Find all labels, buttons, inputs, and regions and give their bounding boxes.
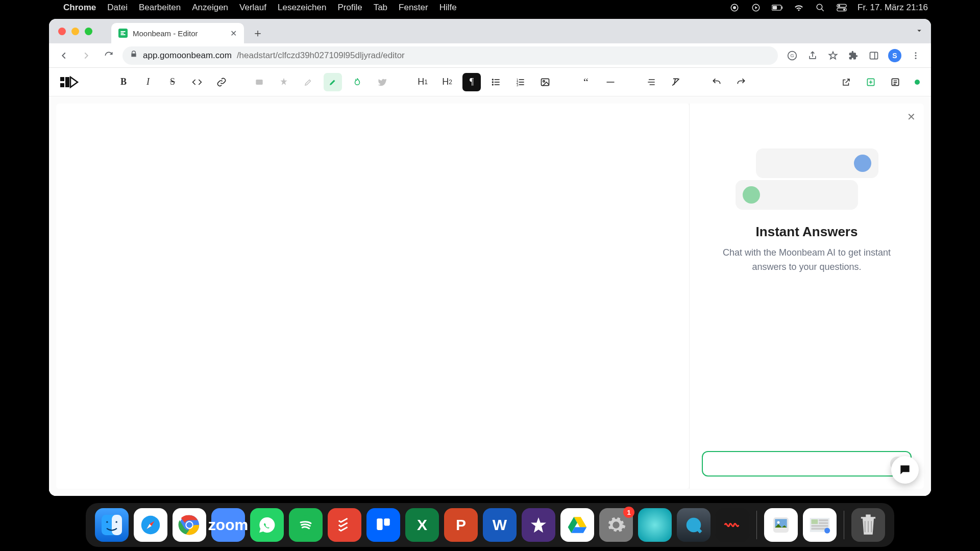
window-minimize-button[interactable] xyxy=(71,28,79,35)
macos-dock: zoom X P W 1 xyxy=(86,503,894,547)
control-center-icon[interactable] xyxy=(836,2,847,13)
menu-anzeigen[interactable]: Anzeigen xyxy=(192,3,228,13)
dock-chrome[interactable] xyxy=(173,508,206,542)
moonbeam-logo[interactable] xyxy=(60,76,82,89)
menubar-app-name[interactable]: Chrome xyxy=(63,3,96,13)
menu-fenster[interactable]: Fenster xyxy=(399,3,428,13)
spotlight-icon[interactable] xyxy=(815,2,826,13)
heading2-button[interactable]: H2 xyxy=(438,73,456,91)
chat-input-container xyxy=(702,451,912,477)
menu-verlauf[interactable]: Verlauf xyxy=(239,3,266,13)
paragraph-button[interactable]: ¶ xyxy=(462,73,481,91)
dock-finder[interactable] xyxy=(95,508,129,542)
sidepanel-toggle-icon[interactable] xyxy=(868,49,880,62)
dock-spotify[interactable] xyxy=(289,508,323,542)
svg-point-11 xyxy=(843,9,845,11)
align-button[interactable] xyxy=(642,73,660,91)
bookmark-star-icon[interactable] xyxy=(827,49,839,62)
google-account-icon[interactable]: G xyxy=(786,49,798,62)
heading1-button[interactable]: H1 xyxy=(413,73,432,91)
code-button[interactable] xyxy=(188,73,206,91)
menu-bearbeiten[interactable]: Bearbeiten xyxy=(139,3,181,13)
connection-status-indicator xyxy=(915,80,920,85)
intercom-launcher[interactable] xyxy=(891,456,919,484)
svg-rect-65 xyxy=(812,519,818,524)
tab-close-icon[interactable]: ✕ xyxy=(230,29,237,38)
dock-quicktime[interactable] xyxy=(677,508,710,542)
dock-whatsapp[interactable] xyxy=(250,508,284,542)
italic-button[interactable]: I xyxy=(139,73,157,91)
blockquote-button[interactable]: “ xyxy=(577,73,595,91)
browser-tab[interactable]: Moonbeam - Editor ✕ xyxy=(111,23,244,43)
svg-point-25 xyxy=(492,81,494,83)
redo-button[interactable] xyxy=(732,73,750,91)
nav-back-button[interactable] xyxy=(55,47,72,64)
image-button[interactable] xyxy=(536,73,554,91)
twitter-share-button[interactable] xyxy=(373,73,391,91)
undo-button[interactable] xyxy=(707,73,726,91)
strikethrough-button[interactable]: S xyxy=(163,73,182,91)
ordered-list-button[interactable]: 123 xyxy=(511,73,530,91)
chat-input[interactable] xyxy=(709,459,890,469)
svg-rect-22 xyxy=(256,80,262,85)
dock-word[interactable]: W xyxy=(483,508,517,542)
dock-screenshot-thumbnail[interactable] xyxy=(803,508,837,542)
chat-sidepanel: ✕ Instant Answers Chat with the Moonbeam… xyxy=(689,104,924,489)
open-external-button[interactable] xyxy=(837,73,855,91)
menu-lesezeichen[interactable]: Lesezeichen xyxy=(278,3,326,13)
dock-excel[interactable]: X xyxy=(405,508,439,542)
ai-action-1-button[interactable] xyxy=(250,73,268,91)
divider-button[interactable] xyxy=(601,73,620,91)
dock-todoist[interactable] xyxy=(328,508,361,542)
dock-safari[interactable] xyxy=(134,508,167,542)
chrome-menu-icon[interactable] xyxy=(910,49,922,62)
ai-write-button[interactable] xyxy=(324,73,342,91)
ai-action-3-button[interactable] xyxy=(299,73,317,91)
dock-trello[interactable] xyxy=(366,508,400,542)
screenrecord-icon[interactable] xyxy=(729,2,740,13)
bold-button[interactable]: B xyxy=(114,73,133,91)
menubar-clock[interactable]: Fr. 17. März 21:16 xyxy=(857,3,928,13)
dock-settings[interactable]: 1 xyxy=(599,508,633,542)
outline-toggle-button[interactable] xyxy=(886,73,904,91)
menu-hilfe[interactable]: Hilfe xyxy=(439,3,457,13)
tab-favicon xyxy=(118,29,128,38)
document-canvas[interactable] xyxy=(56,104,689,489)
bullet-list-button[interactable] xyxy=(487,73,505,91)
profile-avatar[interactable]: S xyxy=(888,49,901,62)
svg-rect-20 xyxy=(60,83,64,87)
lock-icon xyxy=(130,50,138,61)
insert-template-button[interactable] xyxy=(862,73,880,91)
hot-topics-button[interactable] xyxy=(348,73,366,91)
menu-tab[interactable]: Tab xyxy=(374,3,387,13)
link-button[interactable] xyxy=(212,73,231,91)
dock-imovie[interactable] xyxy=(522,508,555,542)
tab-list-dropdown-icon[interactable] xyxy=(915,26,924,37)
new-tab-button[interactable]: ＋ xyxy=(249,24,266,42)
menu-profile[interactable]: Profile xyxy=(337,3,362,13)
dock-preview[interactable] xyxy=(764,508,798,542)
dock-googledrive[interactable] xyxy=(560,508,594,542)
dock-zoom[interactable]: zoom xyxy=(211,508,245,542)
clear-format-button[interactable] xyxy=(667,73,685,91)
wifi-icon[interactable] xyxy=(793,2,804,13)
nav-forward-button[interactable] xyxy=(78,47,95,64)
ai-action-2-button[interactable] xyxy=(275,73,293,91)
editor-workspace: ✕ Instant Answers Chat with the Moonbeam… xyxy=(49,96,931,496)
share-icon[interactable] xyxy=(806,49,819,62)
window-close-button[interactable] xyxy=(58,28,66,35)
svg-line-7 xyxy=(821,9,824,11)
nav-reload-button[interactable] xyxy=(100,47,117,64)
moonbeam-app: B I S H1 H2 ¶ 123 “ xyxy=(49,68,931,496)
close-panel-button[interactable]: ✕ xyxy=(907,111,916,123)
extensions-icon[interactable] xyxy=(847,49,860,62)
window-zoom-button[interactable] xyxy=(85,28,92,35)
dock-voicememos[interactable] xyxy=(716,508,749,542)
address-bar[interactable]: app.gomoonbeam.com/headstart/clfczd39h02… xyxy=(122,46,778,65)
battery-icon[interactable] xyxy=(772,2,783,13)
dock-trash[interactable] xyxy=(851,508,885,542)
menu-datei[interactable]: Datei xyxy=(107,3,128,13)
playback-icon[interactable] xyxy=(750,2,762,13)
dock-powerpoint[interactable]: P xyxy=(444,508,478,542)
dock-app-teal[interactable] xyxy=(638,508,672,542)
